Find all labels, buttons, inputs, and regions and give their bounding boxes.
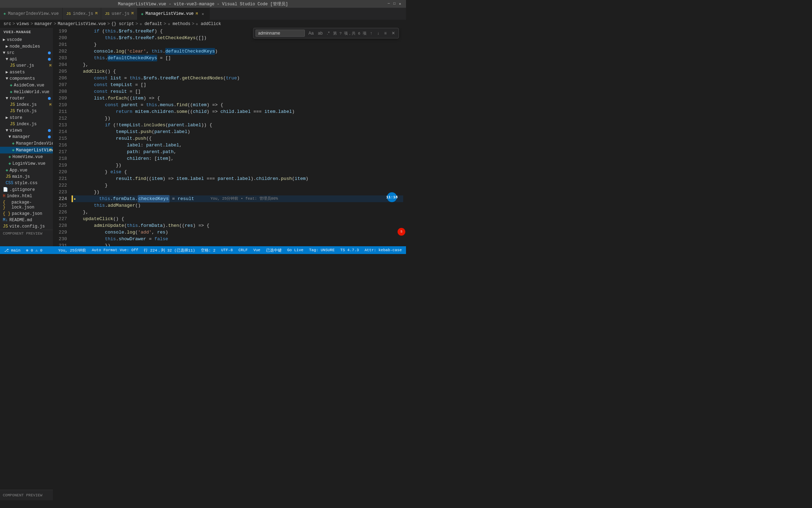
sidebar-item-package-lock[interactable]: { } package-lock.json xyxy=(0,199,53,211)
sidebar-item-manager-list[interactable]: ◈ ManagerListView.vue M xyxy=(0,147,53,153)
sidebar-item-app-vue[interactable]: ◈ App.vue xyxy=(0,167,53,174)
code-line-230: this.showDrawer = false xyxy=(72,236,403,242)
match-case-button[interactable]: Aa xyxy=(307,30,315,36)
ln-231: 231 xyxy=(53,242,67,246)
sidebar-label: src xyxy=(7,50,14,55)
breadcrumb-addclick[interactable]: ⬦ addClick xyxy=(196,22,221,26)
find-toggle-button[interactable]: ≡ xyxy=(383,30,388,36)
breadcrumb-script[interactable]: {} script xyxy=(111,22,134,26)
tab-close-button[interactable]: ✕ xyxy=(200,11,206,17)
sidebar-item-home-view[interactable]: ◈ HomeView.vue xyxy=(0,153,53,160)
status-line-ending[interactable]: CRLF xyxy=(237,248,249,252)
status-language[interactable]: Vue xyxy=(252,248,262,252)
tab-user-js[interactable]: JS user.js M xyxy=(101,7,137,20)
code-line-218: children: [item], xyxy=(72,155,403,162)
js-file-icon: JS xyxy=(6,174,11,179)
status-tag[interactable]: Tag: UNSURE xyxy=(308,248,336,252)
find-input[interactable] xyxy=(256,30,305,37)
sidebar-item-user-js[interactable]: JS user.js M xyxy=(0,62,53,69)
minimap[interactable] xyxy=(403,28,406,246)
minimize-icon[interactable]: ─ xyxy=(388,2,392,6)
sidebar-label: components xyxy=(10,76,35,81)
sidebar-item-router[interactable]: ▼ router xyxy=(0,95,53,102)
status-golive[interactable]: Go Live xyxy=(286,248,305,252)
sidebar-item-gitignore[interactable]: 📄 .gitignore xyxy=(0,186,53,193)
sidebar-item-index-html[interactable]: H index.html xyxy=(0,193,53,199)
status-encoding[interactable]: UTF-8 xyxy=(220,248,234,252)
find-next-button[interactable]: ↓ xyxy=(376,30,381,36)
ln-206: 206 xyxy=(53,75,67,81)
sidebar-label: LoginView.vue xyxy=(12,161,45,166)
status-git-blame[interactable]: You, 25分钟前 xyxy=(57,248,87,253)
vue-file-icon: ◈ xyxy=(12,147,14,153)
sidebar-item-components[interactable]: ▼ components xyxy=(0,75,53,82)
status-position[interactable]: 行 224，列 32 (已选择11) xyxy=(142,248,196,253)
sidebar-item-readme[interactable]: M↓ README.md xyxy=(0,217,53,223)
sidebar-item-api[interactable]: ▼ api xyxy=(0,56,53,62)
status-attr[interactable]: Attr: kebab-case xyxy=(363,248,403,252)
breadcrumb-views[interactable]: views xyxy=(17,22,29,26)
modified-badge: M xyxy=(49,103,51,107)
sidebar-item-asidecom[interactable]: ◈ AsideCom.vue xyxy=(0,82,53,89)
sidebar-label: ManagerIndexView.vue xyxy=(16,141,53,146)
find-close-button[interactable]: ✕ xyxy=(390,30,396,36)
ln-213: 213 xyxy=(53,122,67,128)
ln-204: 204 xyxy=(53,61,67,68)
sidebar-item-package-json[interactable]: { } package.json xyxy=(0,211,53,217)
modified-badge: M xyxy=(49,64,51,68)
sidebar-item-node-modules[interactable]: ▶ node_modules xyxy=(0,43,53,50)
maximize-icon[interactable]: □ xyxy=(393,2,398,6)
sidebar-label: HomeView.vue xyxy=(12,155,43,159)
breadcrumb-file[interactable]: ManagerListView.vue xyxy=(58,22,106,26)
json-file-icon: { } xyxy=(3,211,11,216)
tab-manager-index[interactable]: ◈ ManagerIndexView.vue xyxy=(0,7,63,20)
tab-label: ManagerListView.vue xyxy=(146,11,194,16)
sidebar-item-index-js-store[interactable]: JS index.js xyxy=(0,121,53,127)
tab-index-js[interactable]: JS index.js M xyxy=(63,7,102,20)
code-line-213: if (!tempList.includes(parent.label)) { xyxy=(72,122,403,128)
sidebar-item-manager-index[interactable]: ◈ ManagerIndexView.vue xyxy=(0,140,53,147)
breadcrumb-manager[interactable]: manager xyxy=(35,22,52,26)
ln-221: 221 xyxy=(53,175,67,182)
sidebar-item-src[interactable]: ▼ src xyxy=(0,50,53,56)
sidebar-item-login-view[interactable]: ◈ LoginView.vue xyxy=(0,160,53,167)
regex-button[interactable]: .* xyxy=(325,30,331,36)
ln-201: 201 xyxy=(53,41,67,48)
status-errors[interactable]: ⊗ 0 ⚠ 0 xyxy=(25,248,44,253)
code-line-211: return mitem.children.some((child) => ch… xyxy=(72,108,403,115)
code-line-209: list.forEach((item) => { xyxy=(72,95,403,102)
status-spaces[interactable]: 空格: 2 xyxy=(199,248,217,253)
breadcrumb-methods[interactable]: ⬦ methods xyxy=(168,22,191,26)
sidebar-item-assets[interactable]: ▶ assets xyxy=(0,69,53,75)
whole-word-button[interactable]: ab xyxy=(316,30,324,36)
folder-icon: ▼ xyxy=(6,128,8,133)
close-icon[interactable]: ✕ xyxy=(399,2,403,6)
status-ts[interactable]: TS 4.7.3 xyxy=(339,248,361,252)
sidebar-label: AsideCom.vue xyxy=(14,83,44,88)
sidebar-item-store[interactable]: ▶ store xyxy=(0,114,53,121)
tab-label: ManagerIndexView.vue xyxy=(8,11,59,16)
sidebar-item-manager-folder[interactable]: ▼ manager xyxy=(0,134,53,140)
ln-207: 207 xyxy=(53,81,67,88)
git-decoration xyxy=(72,195,73,202)
sidebar-item-index-js-router[interactable]: JS index.js M xyxy=(0,102,53,108)
sidebar-item-vite-config[interactable]: JS vite.config.js xyxy=(0,223,53,230)
status-git-branch[interactable]: ⎇ main xyxy=(3,248,22,253)
ln-199: 199 xyxy=(53,28,67,35)
component-preview-label[interactable]: COMPONENT PREVIEW xyxy=(0,230,53,237)
sidebar-item-fetch-js[interactable]: JS fetch.js xyxy=(0,108,53,114)
sidebar-item-helloworld[interactable]: ◈ HelloWorld.vue xyxy=(0,89,53,95)
status-keybinding[interactable]: 已选中键 xyxy=(265,248,283,253)
sidebar-item-vscode[interactable]: ▶ vscode xyxy=(0,36,53,43)
sidebar-item-views[interactable]: ▼ views xyxy=(0,127,53,134)
sidebar-item-main-js[interactable]: JS main.js xyxy=(0,174,53,180)
title-bar: ManagerListView.vue - vite-vue3-manage -… xyxy=(0,0,406,8)
tab-manager-list[interactable]: ◈ ManagerListView.vue M ✕ xyxy=(137,7,209,20)
sidebar-item-style-css[interactable]: CSS style.css xyxy=(0,180,53,186)
code-content[interactable]: if (this.$refs.treeRef) { this.$refs.tre… xyxy=(70,28,403,246)
breadcrumb-src[interactable]: src xyxy=(4,22,11,26)
status-autoformat[interactable]: Auto Format Vue: Off xyxy=(90,248,140,252)
find-prev-button[interactable]: ↑ xyxy=(369,30,374,36)
ln-212: 212 xyxy=(53,115,67,122)
breadcrumb-default[interactable]: ⬦ default xyxy=(140,22,162,26)
